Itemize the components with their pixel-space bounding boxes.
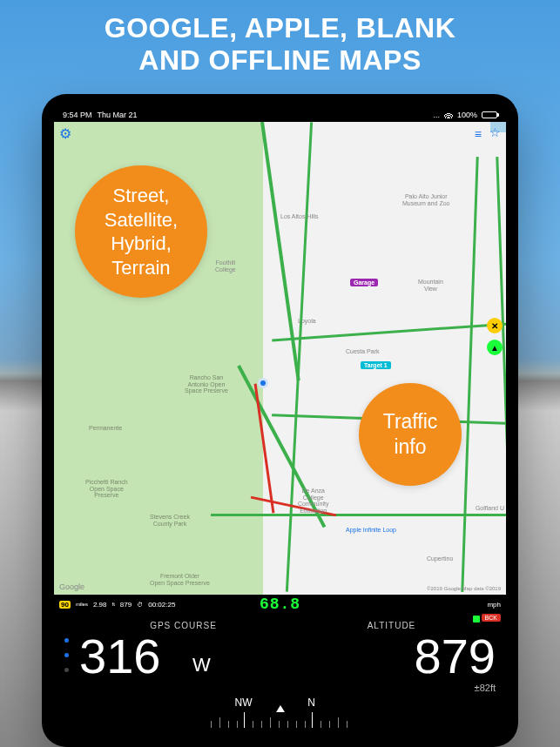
status-bar: 9:54 PM Thu Mar 21 ... 100% [54, 108, 506, 122]
callout-traffic: Traffic info [359, 383, 462, 486]
settings-gear-icon[interactable]: ⚙ [59, 125, 71, 142]
headline-line1: GOOGLE, APPLE, BLANK [105, 12, 456, 44]
dashboard-main: GPS COURSE 316 W NW N [54, 614, 506, 735]
park-area-sw [54, 383, 246, 595]
place-picchetti: Picchetti Ranch Open Space Preserve [85, 479, 128, 499]
map-view[interactable]: Rancho San Antonio Open Space Preserve P… [54, 122, 506, 595]
park-patch-1 [132, 122, 202, 165]
compass-scale[interactable]: NW N [202, 688, 359, 728]
map-attribution: ©2019 Google Map data ©2019 [427, 586, 501, 591]
battery-icon [482, 111, 497, 118]
status-time: 9:54 PM [63, 111, 92, 119]
side-button-x[interactable]: ✕ [487, 318, 503, 333]
status-battery-pct: 100% [457, 111, 477, 119]
ipad-device-frame: 9:54 PM Thu Mar 21 ... 100% [42, 94, 518, 747]
speed-limit-badge: 90 [59, 601, 71, 609]
promo-headline: GOOGLE, APPLE, BLANK AND OFFLINE MAPS [0, 0, 560, 80]
altitude-value: 879 [287, 632, 496, 681]
timer-value: 00:02:25 [148, 601, 175, 609]
hud-speed-readout: 68.8 [260, 596, 300, 613]
place-cupertino: Cupertino [427, 555, 453, 562]
pin-garage[interactable]: Garage [350, 279, 378, 286]
place-permanente: Permanente [89, 425, 122, 432]
gps-course-value: 316 [79, 632, 287, 681]
page-dot-2[interactable] [64, 653, 69, 657]
place-rancho: Rancho San Antonio Open Space Preserve [185, 374, 228, 394]
current-location-dot [258, 378, 268, 388]
recording-indicator-icon [473, 616, 480, 622]
course-direction: W [192, 654, 211, 676]
place-golfland: Golfland U [476, 505, 504, 512]
page-dots[interactable] [64, 621, 69, 735]
favorite-star-icon[interactable]: ☆ [489, 125, 501, 139]
page-dot-3[interactable] [64, 668, 69, 672]
highway-3 [211, 514, 506, 516]
dist-unit-label: miles [76, 602, 88, 607]
page-dot-1[interactable] [64, 638, 69, 643]
place-stevens: Stevens Creek County Park [150, 514, 190, 527]
timer-icon: ⏱ [137, 602, 143, 608]
side-button-locate[interactable]: ▲ [487, 340, 503, 355]
compass-label-n: N [307, 697, 315, 709]
headline-line2: AND OFFLINE MAPS [138, 44, 421, 76]
altitude-mini-value: 879 [120, 601, 132, 609]
google-logo: Google [59, 582, 84, 591]
pin-target-1[interactable]: Target 1 [361, 361, 391, 369]
place-cuesta: Cuesta Park [346, 348, 380, 355]
bck-badge: BCK [482, 614, 501, 622]
alt-unit-label: ft [112, 602, 115, 607]
place-losaltos: Los Altos Hills [280, 213, 319, 220]
compass-needle-icon [276, 705, 285, 712]
place-foothill: Foothill College [215, 259, 236, 273]
place-deanza: De Anza College Community Education [298, 488, 328, 515]
place-fremont: Fremont Older Open Space Preserve [150, 573, 210, 586]
status-date: Thu Mar 21 [98, 111, 138, 119]
distance-value: 2.98 [93, 601, 107, 609]
place-loyola: Loyola [298, 318, 316, 325]
place-mtview: Mountain View [418, 279, 443, 292]
callout-map-types: Street, Satellite, Hybrid, Terrain [75, 165, 207, 298]
place-apple-loop: Apple Infinite Loop [346, 527, 396, 534]
speed-unit-label: mph [487, 601, 501, 609]
status-connection: ... [433, 111, 440, 119]
compass-label-nw: NW [235, 697, 253, 709]
place-paloalto-zoo: Palo Alto Junior Museum and Zoo [402, 193, 449, 206]
menu-icon[interactable]: ≡ [475, 127, 482, 141]
wifi-icon [444, 111, 453, 118]
device-screen: 9:54 PM Thu Mar 21 ... 100% [54, 108, 506, 735]
dashboard-strip: 90 miles 2.98 ft 879 ⏱ 00:02:25 68.8 mph [54, 595, 506, 614]
